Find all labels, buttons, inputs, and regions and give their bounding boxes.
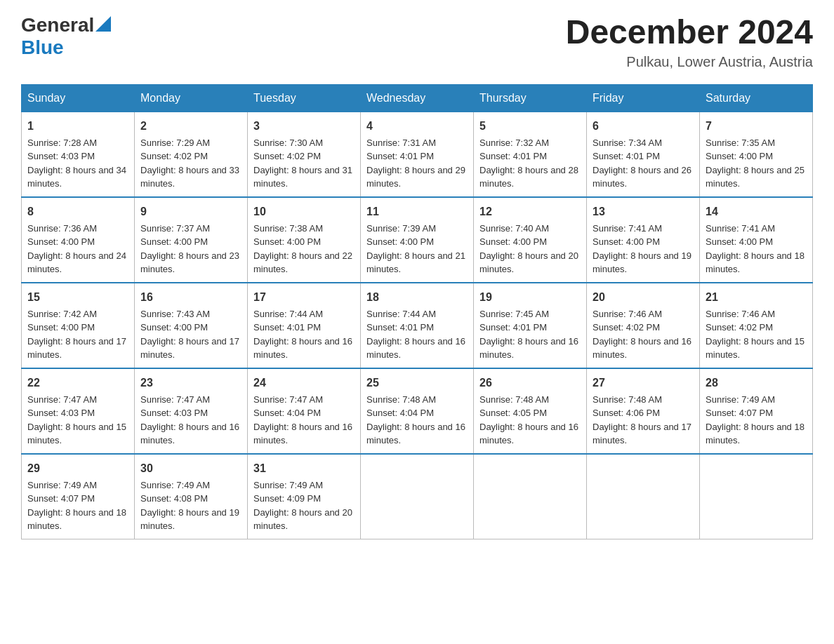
- svg-marker-0: [95, 16, 111, 32]
- day-info: Sunrise: 7:41 AMSunset: 4:00 PMDaylight:…: [593, 223, 691, 275]
- day-info: Sunrise: 7:40 AMSunset: 4:00 PMDaylight:…: [479, 223, 578, 275]
- day-number: 3: [253, 118, 355, 135]
- calendar-cell: 25Sunrise: 7:48 AMSunset: 4:04 PMDayligh…: [361, 368, 474, 454]
- day-info: Sunrise: 7:44 AMSunset: 4:01 PMDaylight:…: [253, 309, 352, 361]
- calendar-cell: 9Sunrise: 7:37 AMSunset: 4:00 PMDaylight…: [135, 197, 248, 283]
- day-of-week-header: Saturday: [700, 84, 813, 112]
- day-info: Sunrise: 7:49 AMSunset: 4:09 PMDaylight:…: [253, 480, 352, 532]
- day-number: 21: [706, 289, 807, 306]
- calendar-cell: 10Sunrise: 7:38 AMSunset: 4:00 PMDayligh…: [248, 197, 361, 283]
- day-info: Sunrise: 7:48 AMSunset: 4:06 PMDaylight:…: [593, 394, 691, 446]
- day-info: Sunrise: 7:29 AMSunset: 4:02 PMDaylight:…: [140, 137, 239, 189]
- page-header: General Blue December 2024 Pulkau, Lower…: [21, 14, 813, 70]
- calendar-week-row: 15Sunrise: 7:42 AMSunset: 4:00 PMDayligh…: [22, 283, 813, 368]
- day-info: Sunrise: 7:42 AMSunset: 4:00 PMDaylight:…: [27, 309, 126, 361]
- day-number: 9: [140, 203, 241, 220]
- calendar-cell: 7Sunrise: 7:35 AMSunset: 4:00 PMDaylight…: [700, 112, 813, 197]
- calendar-cell: 2Sunrise: 7:29 AMSunset: 4:02 PMDaylight…: [135, 112, 248, 197]
- day-info: Sunrise: 7:37 AMSunset: 4:00 PMDaylight:…: [140, 223, 239, 275]
- day-info: Sunrise: 7:30 AMSunset: 4:02 PMDaylight:…: [253, 137, 352, 189]
- day-info: Sunrise: 7:41 AMSunset: 4:00 PMDaylight:…: [706, 223, 805, 275]
- day-number: 5: [479, 118, 581, 135]
- day-info: Sunrise: 7:47 AMSunset: 4:03 PMDaylight:…: [27, 394, 126, 446]
- day-info: Sunrise: 7:45 AMSunset: 4:01 PMDaylight:…: [479, 309, 578, 361]
- day-info: Sunrise: 7:47 AMSunset: 4:03 PMDaylight:…: [140, 394, 239, 446]
- day-of-week-header: Wednesday: [361, 84, 474, 112]
- day-number: 22: [27, 375, 128, 391]
- day-number: 8: [27, 203, 128, 220]
- calendar-cell: 27Sunrise: 7:48 AMSunset: 4:06 PMDayligh…: [587, 368, 700, 454]
- day-number: 17: [253, 289, 355, 306]
- calendar-cell: 22Sunrise: 7:47 AMSunset: 4:03 PMDayligh…: [22, 368, 135, 454]
- calendar-cell: 20Sunrise: 7:46 AMSunset: 4:02 PMDayligh…: [587, 283, 700, 368]
- day-number: 20: [593, 289, 694, 306]
- day-number: 19: [479, 289, 581, 306]
- calendar-cell: 18Sunrise: 7:44 AMSunset: 4:01 PMDayligh…: [361, 283, 474, 368]
- logo: General Blue: [21, 14, 111, 59]
- day-info: Sunrise: 7:35 AMSunset: 4:00 PMDaylight:…: [706, 137, 805, 189]
- calendar-cell: 3Sunrise: 7:30 AMSunset: 4:02 PMDaylight…: [248, 112, 361, 197]
- day-info: Sunrise: 7:43 AMSunset: 4:00 PMDaylight:…: [140, 309, 239, 361]
- day-number: 2: [140, 118, 241, 135]
- calendar-cell: 17Sunrise: 7:44 AMSunset: 4:01 PMDayligh…: [248, 283, 361, 368]
- day-number: 13: [593, 203, 694, 220]
- day-number: 14: [706, 203, 807, 220]
- calendar-cell: 1Sunrise: 7:28 AMSunset: 4:03 PMDaylight…: [22, 112, 135, 197]
- day-info: Sunrise: 7:44 AMSunset: 4:01 PMDaylight:…: [366, 309, 465, 361]
- title-area: December 2024 Pulkau, Lower Austria, Aus…: [566, 14, 813, 70]
- day-number: 27: [593, 375, 694, 391]
- day-info: Sunrise: 7:47 AMSunset: 4:04 PMDaylight:…: [253, 394, 352, 446]
- calendar-week-row: 29Sunrise: 7:49 AMSunset: 4:07 PMDayligh…: [22, 454, 813, 539]
- calendar-week-row: 22Sunrise: 7:47 AMSunset: 4:03 PMDayligh…: [22, 368, 813, 454]
- day-of-week-header: Monday: [135, 84, 248, 112]
- day-number: 15: [27, 289, 128, 306]
- day-number: 30: [140, 460, 241, 477]
- calendar-cell: 6Sunrise: 7:34 AMSunset: 4:01 PMDaylight…: [587, 112, 700, 197]
- calendar-cell: 26Sunrise: 7:48 AMSunset: 4:05 PMDayligh…: [474, 368, 587, 454]
- day-number: 18: [366, 289, 468, 306]
- day-info: Sunrise: 7:49 AMSunset: 4:07 PMDaylight:…: [27, 480, 126, 532]
- month-title: December 2024: [566, 14, 813, 51]
- day-number: 6: [593, 118, 694, 135]
- day-info: Sunrise: 7:46 AMSunset: 4:02 PMDaylight:…: [706, 309, 805, 361]
- day-number: 16: [140, 289, 241, 306]
- logo-arrow-icon: [95, 16, 111, 32]
- calendar-cell: 15Sunrise: 7:42 AMSunset: 4:00 PMDayligh…: [22, 283, 135, 368]
- day-info: Sunrise: 7:49 AMSunset: 4:07 PMDaylight:…: [706, 394, 805, 446]
- calendar-cell: 5Sunrise: 7:32 AMSunset: 4:01 PMDaylight…: [474, 112, 587, 197]
- calendar-cell: 14Sunrise: 7:41 AMSunset: 4:00 PMDayligh…: [700, 197, 813, 283]
- day-info: Sunrise: 7:46 AMSunset: 4:02 PMDaylight:…: [593, 309, 691, 361]
- day-number: 23: [140, 375, 241, 391]
- day-number: 10: [253, 203, 355, 220]
- day-number: 4: [366, 118, 468, 135]
- calendar-cell: 12Sunrise: 7:40 AMSunset: 4:00 PMDayligh…: [474, 197, 587, 283]
- day-info: Sunrise: 7:49 AMSunset: 4:08 PMDaylight:…: [140, 480, 239, 532]
- location-subtitle: Pulkau, Lower Austria, Austria: [566, 54, 813, 70]
- day-number: 26: [479, 375, 581, 391]
- day-of-week-header: Friday: [587, 84, 700, 112]
- calendar-cell: 8Sunrise: 7:36 AMSunset: 4:00 PMDaylight…: [22, 197, 135, 283]
- logo-general-text: General: [21, 14, 94, 36]
- day-number: 7: [706, 118, 807, 135]
- day-number: 31: [253, 460, 355, 477]
- calendar-cell: 23Sunrise: 7:47 AMSunset: 4:03 PMDayligh…: [135, 368, 248, 454]
- day-info: Sunrise: 7:48 AMSunset: 4:04 PMDaylight:…: [366, 394, 465, 446]
- calendar-cell: 11Sunrise: 7:39 AMSunset: 4:00 PMDayligh…: [361, 197, 474, 283]
- calendar-cell: 28Sunrise: 7:49 AMSunset: 4:07 PMDayligh…: [700, 368, 813, 454]
- day-info: Sunrise: 7:38 AMSunset: 4:00 PMDaylight:…: [253, 223, 352, 275]
- day-of-week-header: Sunday: [22, 84, 135, 112]
- day-number: 25: [366, 375, 468, 391]
- calendar-cell: 16Sunrise: 7:43 AMSunset: 4:00 PMDayligh…: [135, 283, 248, 368]
- day-info: Sunrise: 7:34 AMSunset: 4:01 PMDaylight:…: [593, 137, 691, 189]
- day-number: 29: [27, 460, 128, 477]
- day-info: Sunrise: 7:39 AMSunset: 4:00 PMDaylight:…: [366, 223, 465, 275]
- day-header-row: SundayMondayTuesdayWednesdayThursdayFrid…: [22, 84, 813, 112]
- day-number: 12: [479, 203, 581, 220]
- day-of-week-header: Tuesday: [248, 84, 361, 112]
- day-number: 1: [27, 118, 128, 135]
- day-info: Sunrise: 7:48 AMSunset: 4:05 PMDaylight:…: [479, 394, 578, 446]
- calendar-cell: 4Sunrise: 7:31 AMSunset: 4:01 PMDaylight…: [361, 112, 474, 197]
- calendar-cell: [587, 454, 700, 539]
- calendar-cell: 29Sunrise: 7:49 AMSunset: 4:07 PMDayligh…: [22, 454, 135, 539]
- calendar-week-row: 8Sunrise: 7:36 AMSunset: 4:00 PMDaylight…: [22, 197, 813, 283]
